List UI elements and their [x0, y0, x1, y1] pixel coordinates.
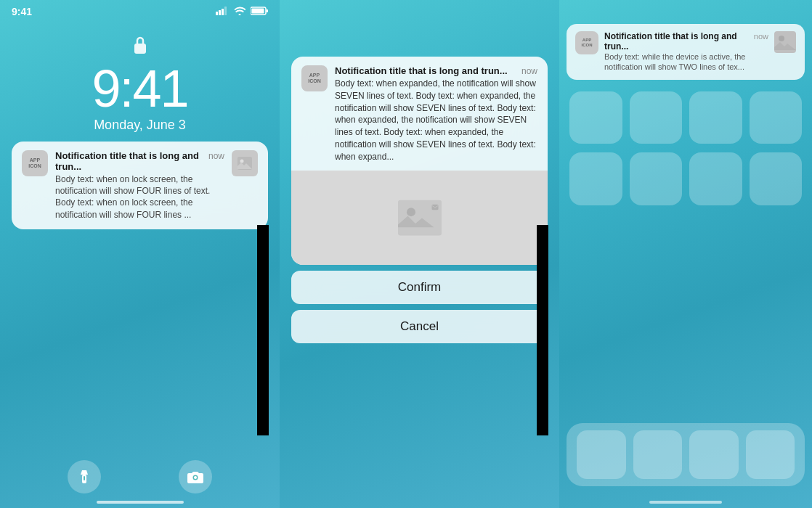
app-icon-3[interactable] [689, 91, 742, 144]
dock-icon-4[interactable] [746, 430, 795, 480]
dock-icon-2[interactable] [633, 430, 683, 480]
home-status-bar: 9:41 [559, 0, 812, 20]
app-icon-4[interactable] [750, 91, 803, 144]
expanded-notification[interactable]: APP ICON Notification title that is long… [291, 57, 548, 265]
lock-notif-title: Notification title that is long and trun… [55, 150, 208, 172]
svg-rect-0 [216, 12, 218, 15]
home-notif-title: Notification title that is long and trun… [604, 31, 754, 52]
app-grid-row2 [559, 151, 812, 213]
lock-icon [0, 35, 280, 60]
clock-time: 9:41 [0, 62, 280, 115]
divider-right [537, 225, 548, 435]
home-app-icon: APP ICON [575, 31, 598, 54]
app-grid-row1 [559, 84, 812, 152]
wifi-icon [234, 6, 245, 17]
lock-clock: 9:41 Monday, June 3 [0, 62, 280, 133]
svg-rect-7 [134, 44, 146, 54]
lock-status-icons [216, 6, 268, 17]
cancel-button[interactable]: Cancel [291, 310, 548, 343]
expanded-notif-header-row: Notification title that is long and trun… [335, 65, 537, 76]
lock-notification[interactable]: APP ICON Notification title that is long… [12, 142, 268, 229]
svg-point-18 [407, 208, 415, 216]
home-notif-body: Body text: while the device is active, t… [604, 52, 768, 73]
svg-rect-6 [252, 9, 264, 14]
expanded-notif-image [291, 171, 548, 265]
camera-button[interactable] [179, 460, 212, 493]
app-icon-2[interactable] [630, 91, 683, 144]
app-icon-6[interactable] [630, 152, 683, 205]
signal-icon [216, 7, 229, 17]
lock-app-icon: APP ICON [22, 150, 48, 176]
lock-notif-thumbnail [232, 150, 258, 176]
flashlight-button[interactable] [68, 460, 101, 493]
expanded-notif-time: now [521, 66, 537, 76]
home-notification-banner[interactable]: APP ICON Notification title that is long… [567, 24, 805, 80]
expanded-app-icon: APP ICON [301, 65, 328, 91]
app-icon-1[interactable] [569, 91, 622, 144]
svg-rect-5 [267, 9, 269, 12]
app-icon-7[interactable] [689, 152, 742, 205]
expanded-notif-title: Notification title that is long and trun… [335, 65, 508, 76]
home-notif-header: Notification title that is long and trun… [604, 31, 768, 52]
dock-icon-3[interactable] [689, 430, 739, 480]
battery-icon [251, 6, 268, 17]
notification-actions: Confirm Cancel [291, 271, 548, 343]
home-notif-content: Notification title that is long and trun… [604, 31, 768, 73]
app-icon-5[interactable] [569, 152, 622, 205]
expanded-notif-body: Body text: when expanded, the notificati… [335, 78, 537, 163]
svg-rect-19 [431, 204, 438, 210]
svg-rect-11 [84, 476, 85, 480]
home-dock [567, 423, 805, 487]
lock-status-bar: 9:41 [0, 0, 280, 20]
home-notif-time: now [754, 32, 768, 41]
home-notif-thumbnail [774, 31, 796, 53]
expanded-status-bar: 9:41 [280, 0, 559, 20]
confirm-button[interactable]: Confirm [291, 271, 548, 304]
home-indicator [97, 501, 184, 504]
lock-bottom-controls [0, 460, 280, 493]
lock-icon-container [0, 20, 280, 60]
lock-screen: 9:41 9:41 Monday, June 3 APP [0, 0, 280, 508]
svg-rect-1 [219, 10, 221, 15]
lock-notif-header: Notification title that is long and trun… [55, 150, 224, 172]
expanded-screen: 9:41 APP ICON Notification title that is… [280, 0, 559, 508]
dock-icon-1[interactable] [577, 430, 626, 480]
svg-rect-3 [224, 7, 227, 15]
clock-date: Monday, June 3 [0, 118, 280, 133]
divider-left [257, 225, 269, 435]
lock-status-time: 9:41 [12, 6, 32, 17]
svg-point-13 [194, 476, 197, 479]
expanded-notif-header: APP ICON Notification title that is long… [291, 57, 548, 171]
lock-notif-body: Body text: when on lock screen, the noti… [55, 173, 224, 221]
expanded-notif-content: Notification title that is long and trun… [335, 65, 537, 163]
home-indicator [649, 501, 722, 504]
lock-notif-content: Notification title that is long and trun… [55, 150, 224, 221]
svg-point-9 [240, 160, 244, 163]
lock-notif-time: now [208, 151, 224, 161]
svg-point-24 [779, 36, 784, 41]
svg-rect-2 [222, 9, 224, 15]
home-screen: 9:41 APP ICON Notification title that is… [559, 0, 812, 508]
app-icon-8[interactable] [750, 152, 803, 205]
